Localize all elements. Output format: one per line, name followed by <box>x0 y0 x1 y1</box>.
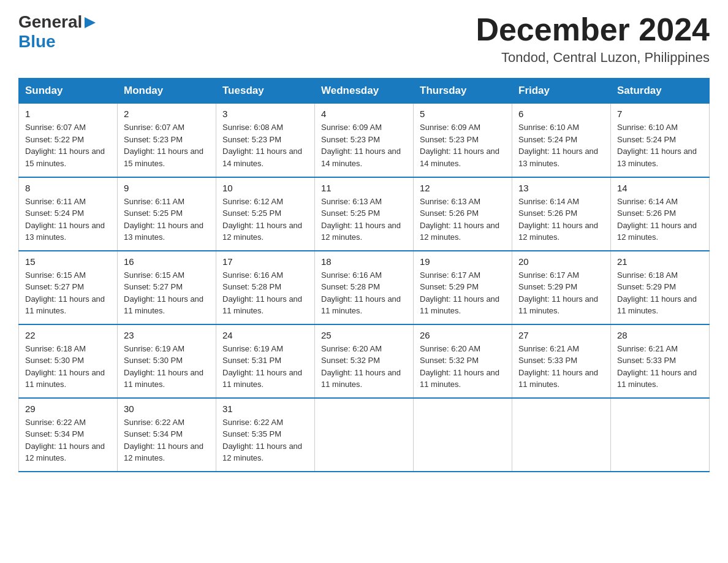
logo-blue-text: Blue <box>18 32 56 51</box>
calendar-cell <box>611 398 710 472</box>
calendar-cell: 26 Sunrise: 6:20 AMSunset: 5:32 PMDaylig… <box>414 324 512 398</box>
day-info: Sunrise: 6:09 AMSunset: 5:23 PMDaylight:… <box>420 121 506 169</box>
calendar-cell: 4 Sunrise: 6:09 AMSunset: 5:23 PMDayligh… <box>315 104 414 177</box>
day-info: Sunrise: 6:18 AMSunset: 5:29 PMDaylight:… <box>617 269 703 317</box>
day-number: 17 <box>222 256 308 267</box>
day-info: Sunrise: 6:07 AMSunset: 5:23 PMDaylight:… <box>124 121 210 169</box>
calendar-cell: 17 Sunrise: 6:16 AMSunset: 5:28 PMDaylig… <box>216 251 315 324</box>
day-info: Sunrise: 6:22 AMSunset: 5:34 PMDaylight:… <box>124 416 210 464</box>
day-number: 25 <box>321 330 407 340</box>
calendar-cell: 1 Sunrise: 6:07 AMSunset: 5:22 PMDayligh… <box>19 104 118 177</box>
day-info: Sunrise: 6:13 AMSunset: 5:25 PMDaylight:… <box>321 196 407 243</box>
day-number: 31 <box>222 404 308 414</box>
header-sunday: Sunday <box>19 79 118 104</box>
day-info: Sunrise: 6:20 AMSunset: 5:32 PMDaylight:… <box>420 343 506 391</box>
day-info: Sunrise: 6:11 AMSunset: 5:24 PMDaylight:… <box>25 196 111 243</box>
day-number: 10 <box>222 183 308 193</box>
weekday-header-row: SundayMondayTuesdayWednesdayThursdayFrid… <box>19 79 710 104</box>
calendar-cell: 3 Sunrise: 6:08 AMSunset: 5:23 PMDayligh… <box>216 104 315 177</box>
day-number: 22 <box>25 330 111 340</box>
day-info: Sunrise: 6:19 AMSunset: 5:30 PMDaylight:… <box>124 343 210 391</box>
header-friday: Friday <box>512 79 611 104</box>
day-number: 23 <box>124 330 210 340</box>
logo-general-text: General <box>18 12 82 32</box>
location-title: Tondod, Central Luzon, Philippines <box>476 50 710 66</box>
day-number: 8 <box>25 183 111 193</box>
month-title: December 2024 <box>476 12 710 47</box>
calendar-cell: 28 Sunrise: 6:21 AMSunset: 5:33 PMDaylig… <box>611 324 710 398</box>
day-number: 6 <box>518 109 604 119</box>
day-info: Sunrise: 6:22 AMSunset: 5:35 PMDaylight:… <box>222 416 308 464</box>
day-number: 20 <box>518 256 604 267</box>
day-number: 30 <box>124 404 210 414</box>
day-number: 4 <box>321 109 407 119</box>
day-info: Sunrise: 6:11 AMSunset: 5:25 PMDaylight:… <box>124 196 210 243</box>
header-monday: Monday <box>118 79 216 104</box>
calendar-cell <box>315 398 414 472</box>
day-number: 21 <box>617 256 703 267</box>
calendar-cell: 27 Sunrise: 6:21 AMSunset: 5:33 PMDaylig… <box>512 324 611 398</box>
day-info: Sunrise: 6:17 AMSunset: 5:29 PMDaylight:… <box>420 269 506 317</box>
calendar-cell <box>512 398 611 472</box>
day-info: Sunrise: 6:14 AMSunset: 5:26 PMDaylight:… <box>518 196 604 243</box>
calendar-cell: 22 Sunrise: 6:18 AMSunset: 5:30 PMDaylig… <box>19 324 118 398</box>
calendar-cell: 13 Sunrise: 6:14 AMSunset: 5:26 PMDaylig… <box>512 177 611 251</box>
day-number: 28 <box>617 330 703 340</box>
day-number: 12 <box>420 183 506 193</box>
day-info: Sunrise: 6:13 AMSunset: 5:26 PMDaylight:… <box>420 196 506 243</box>
calendar-cell: 16 Sunrise: 6:15 AMSunset: 5:27 PMDaylig… <box>118 251 216 324</box>
week-row-2: 8 Sunrise: 6:11 AMSunset: 5:24 PMDayligh… <box>19 177 710 251</box>
day-info: Sunrise: 6:09 AMSunset: 5:23 PMDaylight:… <box>321 121 407 169</box>
week-row-4: 22 Sunrise: 6:18 AMSunset: 5:30 PMDaylig… <box>19 324 710 398</box>
day-info: Sunrise: 6:21 AMSunset: 5:33 PMDaylight:… <box>518 343 604 391</box>
calendar-cell: 8 Sunrise: 6:11 AMSunset: 5:24 PMDayligh… <box>19 177 118 251</box>
day-number: 27 <box>518 330 604 340</box>
day-number: 1 <box>25 109 111 119</box>
calendar-cell: 5 Sunrise: 6:09 AMSunset: 5:23 PMDayligh… <box>414 104 512 177</box>
calendar-cell: 21 Sunrise: 6:18 AMSunset: 5:29 PMDaylig… <box>611 251 710 324</box>
header-tuesday: Tuesday <box>216 79 315 104</box>
day-info: Sunrise: 6:10 AMSunset: 5:24 PMDaylight:… <box>617 121 703 169</box>
logo: General Blue <box>18 12 97 52</box>
calendar-cell: 6 Sunrise: 6:10 AMSunset: 5:24 PMDayligh… <box>512 104 611 177</box>
day-number: 9 <box>124 183 210 193</box>
day-info: Sunrise: 6:18 AMSunset: 5:30 PMDaylight:… <box>25 343 111 391</box>
day-info: Sunrise: 6:20 AMSunset: 5:32 PMDaylight:… <box>321 343 407 391</box>
day-number: 5 <box>420 109 506 119</box>
calendar-cell: 7 Sunrise: 6:10 AMSunset: 5:24 PMDayligh… <box>611 104 710 177</box>
day-info: Sunrise: 6:16 AMSunset: 5:28 PMDaylight:… <box>321 269 407 317</box>
day-number: 2 <box>124 109 210 119</box>
day-info: Sunrise: 6:10 AMSunset: 5:24 PMDaylight:… <box>518 121 604 169</box>
calendar-cell: 9 Sunrise: 6:11 AMSunset: 5:25 PMDayligh… <box>118 177 216 251</box>
day-number: 14 <box>617 183 703 193</box>
svg-marker-0 <box>85 17 96 28</box>
day-number: 11 <box>321 183 407 193</box>
day-info: Sunrise: 6:08 AMSunset: 5:23 PMDaylight:… <box>222 121 308 169</box>
day-number: 16 <box>124 256 210 267</box>
day-number: 13 <box>518 183 604 193</box>
day-number: 19 <box>420 256 506 267</box>
page-header: General Blue December 2024 Tondod, Centr… <box>18 12 710 66</box>
week-row-5: 29 Sunrise: 6:22 AMSunset: 5:34 PMDaylig… <box>19 398 710 472</box>
calendar-cell: 19 Sunrise: 6:17 AMSunset: 5:29 PMDaylig… <box>414 251 512 324</box>
day-number: 7 <box>617 109 703 119</box>
day-info: Sunrise: 6:19 AMSunset: 5:31 PMDaylight:… <box>222 343 308 391</box>
day-number: 24 <box>222 330 308 340</box>
calendar-cell: 23 Sunrise: 6:19 AMSunset: 5:30 PMDaylig… <box>118 324 216 398</box>
day-info: Sunrise: 6:15 AMSunset: 5:27 PMDaylight:… <box>25 269 111 317</box>
calendar-cell: 30 Sunrise: 6:22 AMSunset: 5:34 PMDaylig… <box>118 398 216 472</box>
calendar-cell: 14 Sunrise: 6:14 AMSunset: 5:26 PMDaylig… <box>611 177 710 251</box>
calendar-cell: 11 Sunrise: 6:13 AMSunset: 5:25 PMDaylig… <box>315 177 414 251</box>
calendar-cell: 25 Sunrise: 6:20 AMSunset: 5:32 PMDaylig… <box>315 324 414 398</box>
title-area: December 2024 Tondod, Central Luzon, Phi… <box>476 12 710 66</box>
day-number: 26 <box>420 330 506 340</box>
calendar-cell: 31 Sunrise: 6:22 AMSunset: 5:35 PMDaylig… <box>216 398 315 472</box>
day-info: Sunrise: 6:17 AMSunset: 5:29 PMDaylight:… <box>518 269 604 317</box>
day-info: Sunrise: 6:14 AMSunset: 5:26 PMDaylight:… <box>617 196 703 243</box>
calendar-cell: 24 Sunrise: 6:19 AMSunset: 5:31 PMDaylig… <box>216 324 315 398</box>
day-number: 3 <box>222 109 308 119</box>
calendar-cell: 12 Sunrise: 6:13 AMSunset: 5:26 PMDaylig… <box>414 177 512 251</box>
day-info: Sunrise: 6:12 AMSunset: 5:25 PMDaylight:… <box>222 196 308 243</box>
calendar-cell: 10 Sunrise: 6:12 AMSunset: 5:25 PMDaylig… <box>216 177 315 251</box>
day-info: Sunrise: 6:21 AMSunset: 5:33 PMDaylight:… <box>617 343 703 391</box>
